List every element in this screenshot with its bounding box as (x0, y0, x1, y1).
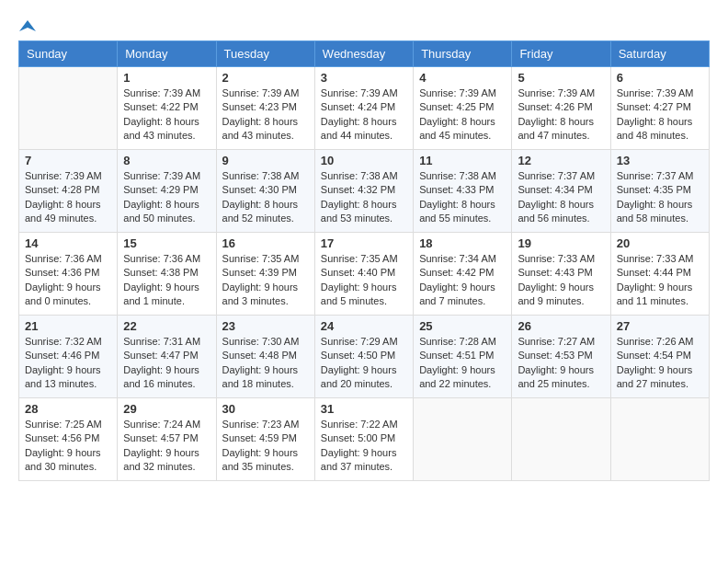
day-info: Sunrise: 7:37 AM Sunset: 4:35 PM Dayligh… (617, 169, 703, 226)
day-number: 9 (222, 154, 309, 167)
day-number: 18 (419, 236, 506, 250)
day-info: Sunrise: 7:38 AM Sunset: 4:32 PM Dayligh… (321, 169, 407, 226)
day-of-week-header: Sunday (19, 41, 118, 67)
day-number: 16 (222, 236, 309, 250)
calendar-cell: 23Sunrise: 7:30 AM Sunset: 4:48 PM Dayli… (216, 316, 314, 398)
day-info: Sunrise: 7:36 AM Sunset: 4:36 PM Dayligh… (25, 252, 111, 309)
day-number: 20 (617, 236, 703, 250)
day-info: Sunrise: 7:27 AM Sunset: 4:53 PM Dayligh… (518, 335, 604, 392)
calendar-cell: 11Sunrise: 7:38 AM Sunset: 4:33 PM Dayli… (414, 150, 512, 233)
calendar-cell: 5Sunrise: 7:39 AM Sunset: 4:26 PM Daylig… (512, 67, 610, 150)
day-of-week-header: Saturday (610, 41, 709, 67)
calendar-cell: 15Sunrise: 7:36 AM Sunset: 4:38 PM Dayli… (118, 233, 216, 316)
calendar-cell: 6Sunrise: 7:39 AM Sunset: 4:27 PM Daylig… (610, 67, 709, 150)
day-info: Sunrise: 7:39 AM Sunset: 4:22 PM Dayligh… (123, 86, 210, 144)
day-number: 7 (25, 154, 111, 167)
day-number: 8 (123, 154, 210, 167)
calendar-cell: 18Sunrise: 7:34 AM Sunset: 4:42 PM Dayli… (414, 233, 512, 316)
day-info: Sunrise: 7:22 AM Sunset: 5:00 PM Dayligh… (321, 418, 407, 475)
day-number: 19 (518, 236, 604, 250)
calendar-cell: 1Sunrise: 7:39 AM Sunset: 4:22 PM Daylig… (118, 67, 216, 150)
calendar-table: SundayMondayTuesdayWednesdayThursdayFrid… (18, 40, 710, 481)
day-info: Sunrise: 7:30 AM Sunset: 4:48 PM Dayligh… (222, 335, 309, 392)
day-number: 31 (321, 402, 407, 416)
day-number: 17 (321, 236, 407, 250)
calendar-cell: 3Sunrise: 7:39 AM Sunset: 4:24 PM Daylig… (314, 67, 413, 150)
day-number: 13 (617, 154, 703, 167)
day-info: Sunrise: 7:24 AM Sunset: 4:57 PM Dayligh… (123, 418, 210, 475)
svg-marker-0 (19, 20, 36, 31)
day-info: Sunrise: 7:36 AM Sunset: 4:38 PM Dayligh… (123, 252, 210, 309)
day-info: Sunrise: 7:39 AM Sunset: 4:29 PM Dayligh… (123, 169, 210, 226)
day-info: Sunrise: 7:29 AM Sunset: 4:50 PM Dayligh… (321, 335, 407, 392)
calendar-cell: 30Sunrise: 7:23 AM Sunset: 4:59 PM Dayli… (216, 398, 314, 481)
day-of-week-header: Monday (118, 41, 216, 67)
calendar-cell (610, 398, 709, 481)
calendar-cell: 13Sunrise: 7:37 AM Sunset: 4:35 PM Dayli… (610, 150, 709, 233)
day-info: Sunrise: 7:35 AM Sunset: 4:40 PM Dayligh… (321, 252, 407, 309)
calendar-cell: 2Sunrise: 7:39 AM Sunset: 4:23 PM Daylig… (216, 67, 314, 150)
day-number: 26 (518, 319, 604, 333)
calendar-cell: 14Sunrise: 7:36 AM Sunset: 4:36 PM Dayli… (19, 233, 118, 316)
day-info: Sunrise: 7:39 AM Sunset: 4:27 PM Dayligh… (617, 86, 703, 144)
calendar-cell: 17Sunrise: 7:35 AM Sunset: 4:40 PM Dayli… (314, 233, 413, 316)
day-number: 14 (25, 236, 111, 250)
calendar-cell: 25Sunrise: 7:28 AM Sunset: 4:51 PM Dayli… (414, 316, 512, 398)
day-of-week-header: Friday (512, 41, 610, 67)
day-of-week-header: Tuesday (216, 41, 314, 67)
calendar-cell: 4Sunrise: 7:39 AM Sunset: 4:25 PM Daylig… (414, 67, 512, 150)
day-number: 1 (123, 71, 210, 85)
day-number: 21 (25, 319, 111, 333)
day-info: Sunrise: 7:37 AM Sunset: 4:34 PM Dayligh… (518, 169, 604, 226)
calendar-cell: 9Sunrise: 7:38 AM Sunset: 4:30 PM Daylig… (216, 150, 314, 233)
day-info: Sunrise: 7:38 AM Sunset: 4:33 PM Dayligh… (419, 169, 506, 226)
day-number: 22 (123, 319, 210, 333)
calendar-cell: 21Sunrise: 7:32 AM Sunset: 4:46 PM Dayli… (19, 316, 118, 398)
calendar-cell: 27Sunrise: 7:26 AM Sunset: 4:54 PM Dayli… (610, 316, 709, 398)
calendar-cell (512, 398, 610, 481)
day-info: Sunrise: 7:34 AM Sunset: 4:42 PM Dayligh… (419, 252, 506, 309)
calendar-cell: 12Sunrise: 7:37 AM Sunset: 4:34 PM Dayli… (512, 150, 610, 233)
calendar-cell: 16Sunrise: 7:35 AM Sunset: 4:39 PM Dayli… (216, 233, 314, 316)
day-number: 25 (419, 319, 506, 333)
day-info: Sunrise: 7:39 AM Sunset: 4:28 PM Dayligh… (25, 169, 111, 226)
calendar-cell: 22Sunrise: 7:31 AM Sunset: 4:47 PM Dayli… (118, 316, 216, 398)
day-info: Sunrise: 7:26 AM Sunset: 4:54 PM Dayligh… (617, 335, 703, 392)
day-info: Sunrise: 7:39 AM Sunset: 4:23 PM Dayligh… (222, 86, 309, 144)
calendar-cell: 10Sunrise: 7:38 AM Sunset: 4:32 PM Dayli… (314, 150, 413, 233)
day-of-week-header: Thursday (414, 41, 512, 67)
calendar-cell: 7Sunrise: 7:39 AM Sunset: 4:28 PM Daylig… (19, 150, 118, 233)
day-info: Sunrise: 7:28 AM Sunset: 4:51 PM Dayligh… (419, 335, 506, 392)
logo (18, 18, 37, 31)
calendar-cell: 24Sunrise: 7:29 AM Sunset: 4:50 PM Dayli… (314, 316, 413, 398)
calendar-cell: 31Sunrise: 7:22 AM Sunset: 5:00 PM Dayli… (314, 398, 413, 481)
day-number: 29 (123, 402, 210, 416)
calendar-cell (19, 67, 118, 150)
day-info: Sunrise: 7:33 AM Sunset: 4:43 PM Dayligh… (518, 252, 604, 309)
day-info: Sunrise: 7:39 AM Sunset: 4:24 PM Dayligh… (321, 86, 407, 144)
day-number: 24 (321, 319, 407, 333)
day-number: 5 (518, 71, 604, 85)
calendar-cell: 28Sunrise: 7:25 AM Sunset: 4:56 PM Dayli… (19, 398, 118, 481)
calendar-cell: 29Sunrise: 7:24 AM Sunset: 4:57 PM Dayli… (118, 398, 216, 481)
calendar-week-row: 28Sunrise: 7:25 AM Sunset: 4:56 PM Dayli… (19, 398, 710, 481)
calendar-cell (414, 398, 512, 481)
logo-bird-icon (19, 18, 36, 35)
day-number: 11 (419, 154, 506, 167)
calendar-cell: 20Sunrise: 7:33 AM Sunset: 4:44 PM Dayli… (610, 233, 709, 316)
day-of-week-header: Wednesday (314, 41, 413, 67)
day-info: Sunrise: 7:31 AM Sunset: 4:47 PM Dayligh… (123, 335, 210, 392)
day-info: Sunrise: 7:33 AM Sunset: 4:44 PM Dayligh… (617, 252, 703, 309)
calendar-week-row: 14Sunrise: 7:36 AM Sunset: 4:36 PM Dayli… (19, 233, 710, 316)
day-number: 30 (222, 402, 309, 416)
calendar-week-row: 7Sunrise: 7:39 AM Sunset: 4:28 PM Daylig… (19, 150, 710, 233)
day-number: 28 (25, 402, 111, 416)
calendar-cell: 19Sunrise: 7:33 AM Sunset: 4:43 PM Dayli… (512, 233, 610, 316)
day-number: 3 (321, 71, 407, 85)
day-number: 2 (222, 71, 309, 85)
day-number: 10 (321, 154, 407, 167)
day-number: 12 (518, 154, 604, 167)
day-info: Sunrise: 7:39 AM Sunset: 4:26 PM Dayligh… (518, 86, 604, 144)
day-number: 4 (419, 71, 506, 85)
calendar-header-row: SundayMondayTuesdayWednesdayThursdayFrid… (19, 41, 710, 67)
